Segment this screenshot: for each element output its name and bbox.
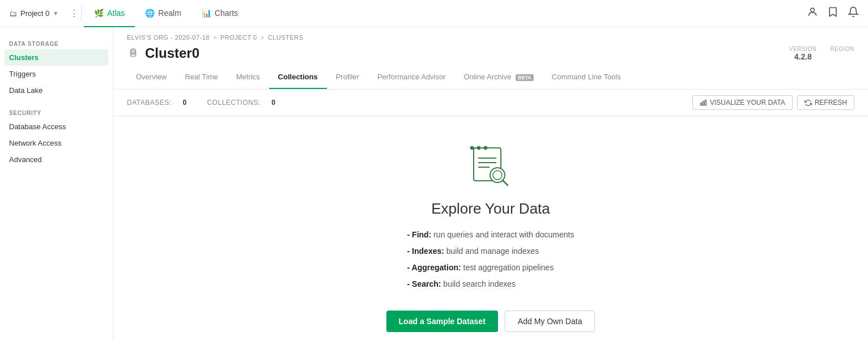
breadcrumb-project[interactable]: PROJECT 0	[220, 34, 257, 41]
visualize-data-button[interactable]: VISUALIZE YOUR DATA	[692, 95, 793, 110]
datalake-label: Data Lake	[9, 86, 42, 95]
explore-data-icon	[468, 143, 513, 189]
svg-point-2	[130, 50, 135, 53]
feature-aggregation-text: test aggregation pipelines	[463, 263, 554, 272]
network-access-label: Network Access	[9, 139, 61, 147]
svg-point-9	[484, 146, 487, 150]
advanced-label: Advanced	[9, 155, 42, 164]
cluster-header: Cluster0 VERSION 4.2.8 REGION	[113, 41, 868, 61]
version-block: VERSION 4.2.8	[789, 46, 817, 61]
feature-indexes-text: build and manage indexes	[446, 246, 539, 256]
feature-find-keyword: - Find:	[407, 230, 432, 239]
tab-performance-advisor[interactable]: Performance Advisor	[368, 66, 455, 89]
collections-toolbar: DATABASES: 0 COLLECTIONS: 0 VISUALIZE YO…	[113, 90, 868, 116]
refresh-icon	[805, 99, 812, 107]
breadcrumb-org[interactable]: ELVIS'S ORG - 2020-07-18	[127, 34, 210, 41]
project-name: Project 0	[20, 9, 49, 18]
project-selector[interactable]: 🗂 Project 0 ▼	[9, 9, 58, 18]
nav-link-realm[interactable]: 🌐 Realm	[135, 0, 191, 27]
database-access-label: Database Access	[9, 122, 66, 131]
tab-collections[interactable]: Collections	[269, 66, 327, 89]
version-value: 4.2.8	[789, 52, 817, 61]
cluster-icon	[127, 47, 139, 60]
sidebar: DATA STORAGE Clusters Triggers Data Lake…	[0, 27, 113, 340]
version-label: VERSION	[789, 46, 817, 52]
top-nav-links: 🌿 Atlas 🌐 Realm 📊 Charts	[84, 0, 807, 27]
feature-find: - Find: run queries and interact with do…	[407, 229, 575, 241]
clusters-label: Clusters	[9, 53, 39, 62]
sidebar-item-network-access[interactable]: Network Access	[0, 135, 113, 151]
main-layout: DATA STORAGE Clusters Triggers Data Lake…	[0, 27, 868, 340]
person-icon	[807, 6, 818, 18]
databases-count: 0	[182, 99, 186, 107]
user-icon-button[interactable]	[807, 6, 818, 20]
breadcrumb-page[interactable]: CLUSTERS	[268, 34, 304, 41]
tab-overview[interactable]: Overview	[127, 66, 176, 89]
version-region-info: VERSION 4.2.8 REGION	[789, 46, 854, 61]
feature-indexes: - Indexes: build and manage indexes	[407, 245, 575, 257]
nav-link-atlas[interactable]: 🌿 Atlas	[84, 0, 135, 27]
svg-rect-3	[701, 103, 702, 105]
sidebar-item-triggers[interactable]: Triggers	[0, 66, 113, 82]
charts-icon: 📊	[202, 8, 211, 18]
svg-line-15	[503, 180, 508, 185]
bar-chart-icon	[700, 99, 707, 107]
feature-search: - Search: build search indexes	[407, 278, 575, 290]
folder-icon: 🗂	[9, 9, 17, 18]
feature-search-text: build search indexes	[443, 279, 516, 288]
nav-link-charts[interactable]: 📊 Charts	[192, 0, 248, 27]
tab-online-archive[interactable]: Online Archive BETA	[455, 66, 543, 89]
feature-search-keyword: - Search:	[407, 279, 441, 288]
sidebar-item-clusters[interactable]: Clusters	[5, 49, 108, 66]
svg-rect-4	[703, 101, 704, 105]
breadcrumb-sep-2: >	[261, 34, 265, 41]
beta-badge: BETA	[516, 74, 534, 81]
empty-state-buttons: Load a Sample Dataset Add My Own Data	[386, 311, 595, 332]
top-navigation: 🗂 Project 0 ▼ ⋮ 🌿 Atlas 🌐 Realm 📊 Charts	[0, 0, 868, 27]
svg-rect-5	[705, 100, 706, 105]
collections-count: 0	[271, 99, 275, 107]
svg-point-7	[470, 146, 474, 150]
cluster-name: Cluster0	[145, 45, 199, 61]
db-collection-stats: DATABASES: 0 COLLECTIONS: 0	[127, 99, 294, 107]
bell-icon	[848, 6, 859, 18]
feature-aggregation: - Aggregation: test aggregation pipeline…	[407, 262, 575, 274]
feature-indexes-keyword: - Indexes:	[407, 246, 444, 256]
chevron-down-icon: ▼	[53, 10, 58, 16]
svg-point-0	[811, 8, 815, 12]
collections-label: COLLECTIONS: 0	[207, 99, 284, 107]
tab-command-line-tools[interactable]: Command Line Tools	[543, 66, 630, 89]
svg-point-1	[130, 49, 135, 54]
atlas-icon: 🌿	[94, 8, 104, 18]
bell-icon-button[interactable]	[848, 6, 859, 20]
region-label: REGION	[831, 46, 854, 52]
toolbar-buttons: VISUALIZE YOUR DATA REFRESH	[692, 95, 854, 110]
sidebar-item-database-access[interactable]: Database Access	[0, 118, 113, 135]
bookmark-icon	[827, 6, 839, 18]
nav-icons-right	[807, 6, 859, 20]
tab-realtime[interactable]: Real Time	[176, 66, 227, 89]
databases-label: DATABASES: 0	[127, 99, 198, 107]
sidebar-item-datalake[interactable]: Data Lake	[0, 82, 113, 99]
add-own-data-button[interactable]: Add My Own Data	[505, 311, 595, 332]
cluster-tabs: Overview Real Time Metrics Collections P…	[113, 66, 868, 90]
tab-metrics[interactable]: Metrics	[227, 66, 269, 89]
tab-profiler[interactable]: Profiler	[327, 66, 368, 89]
empty-state-title: Explore Your Data	[431, 200, 550, 218]
bookmark-icon-button[interactable]	[827, 6, 839, 20]
dots-menu-icon[interactable]: ⋮	[70, 8, 79, 19]
nav-atlas-label: Atlas	[107, 8, 125, 18]
sidebar-item-advanced[interactable]: Advanced	[0, 151, 113, 168]
load-sample-dataset-button[interactable]: Load a Sample Dataset	[386, 311, 498, 332]
svg-point-8	[477, 146, 480, 150]
main-content: ELVIS'S ORG - 2020-07-18 > PROJECT 0 > C…	[113, 27, 868, 340]
security-section-label: SECURITY	[0, 105, 113, 118]
feature-aggregation-keyword: - Aggregation:	[407, 263, 461, 272]
nav-charts-label: Charts	[215, 8, 238, 18]
cluster-title-row: Cluster0	[127, 45, 199, 61]
nav-divider	[81, 6, 82, 22]
realm-icon: 🌐	[145, 8, 155, 18]
triggers-label: Triggers	[9, 70, 36, 78]
feature-find-text: run queries and interact with documents	[433, 230, 574, 239]
refresh-button[interactable]: REFRESH	[797, 95, 854, 110]
